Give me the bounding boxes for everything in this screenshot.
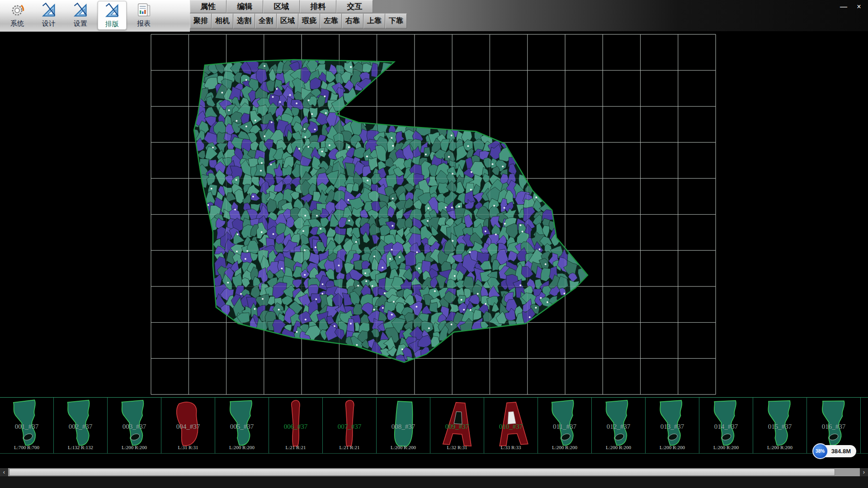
nesting-canvas[interactable]: [0, 32, 868, 397]
part-name: 015_#37: [753, 423, 807, 431]
minimize-button[interactable]: —: [838, 2, 849, 11]
scroll-left-arrow[interactable]: ‹: [0, 468, 8, 476]
main-button-label: 排版: [105, 20, 119, 28]
main-button-settings[interactable]: 设置: [66, 1, 95, 30]
part-cell[interactable]: 002_#37L:132 R:132: [54, 398, 108, 453]
part-count-info: L:200 R:200: [699, 445, 753, 450]
main-button-system[interactable]: 系统: [3, 1, 32, 30]
tool-button-camera[interactable]: 相机: [212, 14, 233, 28]
main-button-label: 报表: [137, 19, 151, 28]
part-count-info: L:32 R:31: [430, 445, 484, 450]
part-name: 004_#37: [161, 423, 215, 431]
part-count-info: L:21 R:21: [269, 445, 322, 450]
part-count-info: L:700 R:700: [0, 445, 53, 450]
tool-button-cut-all[interactable]: 全割: [255, 14, 277, 28]
part-count-info: L:200 R:200: [108, 445, 161, 450]
scroll-right-arrow[interactable]: ›: [860, 468, 868, 476]
menu-tab-nesting[interactable]: 排料: [300, 0, 336, 13]
part-count-info: L:132 R:132: [54, 445, 107, 450]
tool-button-align-right[interactable]: 右靠: [342, 14, 363, 28]
close-button[interactable]: ×: [854, 2, 864, 11]
main-button-design[interactable]: 设计: [34, 1, 63, 30]
menu-tab-row: 属性编辑区域排料交互: [190, 0, 407, 13]
part-cell[interactable]: 014_#37L:200 R:200: [699, 398, 753, 453]
part-name: 010_#37: [484, 423, 538, 431]
tool-button-select-cut[interactable]: 选割: [233, 14, 255, 28]
tool-button-align-bottom[interactable]: 下靠: [385, 14, 407, 28]
main-button-group: 系统设计设置排版报表: [3, 1, 161, 31]
part-count-info: L:33 R:33: [484, 445, 538, 450]
part-name: 001_#37: [0, 423, 53, 431]
part-cell[interactable]: 009_#37L:32 R:31: [430, 398, 484, 453]
settings-icon: [72, 2, 89, 19]
part-name: 002_#37: [54, 423, 107, 431]
part-name: 013_#37: [646, 423, 699, 431]
part-cell[interactable]: 001_#37L:700 R:700: [0, 398, 54, 453]
part-name: 012_#37: [592, 423, 645, 431]
main-button-label: 设置: [74, 19, 87, 28]
part-cell[interactable]: 004_#37L:31 R:31: [161, 398, 215, 453]
part-count-info: L:200 R:200: [377, 445, 430, 450]
window-controls: — ×: [838, 2, 864, 11]
memory-value: 384.8M: [831, 448, 851, 455]
progress-badge: 38%: [812, 443, 828, 459]
part-name: 009_#37: [430, 423, 484, 431]
nesting-canvas-svg: [0, 32, 868, 397]
tool-button-defect[interactable]: 瑕疵: [298, 14, 320, 28]
part-name: 011_#37: [538, 423, 591, 431]
part-cell[interactable]: 011_#37L:200 R:200: [538, 398, 592, 453]
memory-pill: 38% 384.8M: [820, 445, 856, 457]
menu-tab-region[interactable]: 区域: [263, 0, 300, 13]
part-name: 007_#37: [323, 423, 376, 431]
part-name: 008_#37: [377, 423, 430, 431]
part-name: 016_#37: [807, 423, 860, 431]
part-cell[interactable]: 010_#37L:33 R:33: [484, 398, 538, 453]
system-icon: [9, 2, 25, 19]
part-count-info: L:200 R:200: [592, 445, 645, 450]
part-count-info: L:200 R:200: [646, 445, 699, 450]
part-name: 014_#37: [699, 423, 753, 431]
part-count-info: L:21 R:21: [323, 445, 376, 450]
app-window: 系统设计设置排版报表 属性编辑区域排料交互 聚排相机选割全割区域瑕疵左靠右靠上靠…: [0, 0, 868, 488]
tool-button-row: 聚排相机选割全割区域瑕疵左靠右靠上靠下靠: [190, 14, 407, 28]
menu-tab-interact[interactable]: 交互: [336, 0, 373, 13]
part-cell[interactable]: 008_#37L:200 R:200: [377, 398, 430, 453]
status-float: 38% 384.8M: [820, 445, 856, 457]
tool-button-cluster-nest[interactable]: 聚排: [190, 14, 212, 28]
tool-button-align-left[interactable]: 左靠: [320, 14, 342, 28]
part-count-info: L:200 R:200: [538, 445, 591, 450]
scrollbar-track[interactable]: [8, 468, 860, 476]
part-count-info: L:200 R:200: [753, 445, 807, 450]
part-cell[interactable]: 012_#37L:200 R:200: [592, 398, 646, 453]
main-button-label: 系统: [10, 19, 24, 28]
horizontal-scrollbar: ‹ ›: [0, 468, 868, 476]
part-cell[interactable]: 003_#37L:200 R:200: [108, 398, 161, 453]
main-button-layout[interactable]: 排版: [98, 1, 127, 30]
menu-area: 属性编辑区域排料交互 聚排相机选割全割区域瑕疵左靠右靠上靠下靠: [190, 0, 407, 32]
part-cell[interactable]: 015_#37L:200 R:200: [753, 398, 807, 453]
scrollbar-thumb[interactable]: [9, 469, 835, 476]
tool-button-region[interactable]: 区域: [277, 14, 298, 28]
main-button-label: 设计: [42, 19, 56, 28]
top-toolbar: 系统设计设置排版报表 属性编辑区域排料交互 聚排相机选割全割区域瑕疵左靠右靠上靠…: [0, 0, 868, 32]
part-cell[interactable]: 013_#37L:200 R:200: [646, 398, 699, 453]
parts-strip: 001_#37L:700 R:700002_#37L:132 R:132003_…: [0, 397, 868, 454]
part-cell[interactable]: 006_#37L:21 R:21: [269, 398, 323, 453]
part-name: 003_#37: [108, 423, 161, 431]
tool-button-align-top[interactable]: 上靠: [363, 14, 385, 28]
menu-tab-attributes[interactable]: 属性: [190, 0, 226, 13]
part-name: 006_#37: [269, 423, 322, 431]
bottom-filler: [0, 476, 868, 488]
menu-tab-edit[interactable]: 编辑: [226, 0, 263, 13]
part-count-info: L:31 R:31: [161, 445, 215, 450]
layout-icon: [104, 3, 120, 19]
report-icon: [136, 2, 152, 19]
design-icon: [41, 2, 57, 19]
part-count-info: L:200 R:200: [215, 445, 269, 450]
part-cell[interactable]: 005_#37L:200 R:200: [215, 398, 269, 453]
main-button-report[interactable]: 报表: [129, 1, 158, 30]
part-name: 005_#37: [215, 423, 269, 431]
part-cell[interactable]: 007_#37L:21 R:21: [323, 398, 377, 453]
